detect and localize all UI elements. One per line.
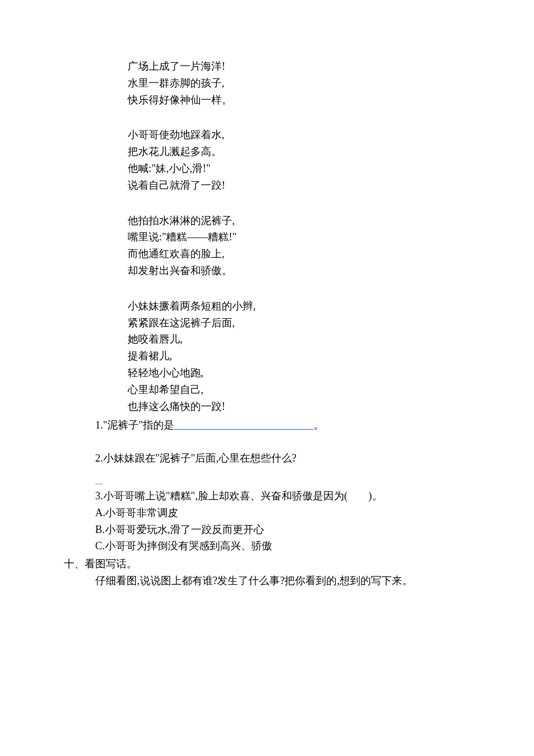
option-c: C.小哥哥为摔倒没有哭感到高兴、骄傲: [95, 538, 493, 555]
answer-line-marker: —: [95, 477, 493, 485]
poem-line: 把水花儿溅起多高。: [128, 143, 493, 160]
poem-line: 小哥哥使劲地踩着水,: [128, 127, 493, 143]
stanza-gap: [41, 282, 493, 298]
poem-line: 轻轻地小心地跑,: [128, 365, 493, 381]
poem-line: 他拍拍水淋淋的泥裤子,: [128, 213, 493, 229]
poem-stanza-3: 他拍拍水淋淋的泥裤子, 嘴里说:"糟糕——糟糕!" 而他通红欢喜的脸上, 却发射…: [128, 213, 493, 279]
poem-line: 而他通红欢喜的脸上,: [128, 246, 493, 262]
poem-line: 紧紧跟在这泥裤子后面,: [128, 315, 493, 332]
poem-line: 心里却希望自己,: [128, 381, 493, 398]
stanza-gap: [41, 110, 493, 127]
poem-line: 快乐得好像神仙一样。: [128, 92, 493, 109]
poem-stanza-4: 小妹妹撅着两条短粗的小辫, 紧紧跟在这泥裤子后面, 她咬着唇儿, 提着裙儿, 轻…: [128, 298, 493, 415]
question-1: 1."泥裤子"指的是。: [95, 417, 493, 434]
poem-line: 小妹妹撅着两条短粗的小辫,: [128, 298, 493, 315]
poem-line: 水里一群赤脚的孩子,: [128, 75, 493, 92]
stanza-gap: [41, 196, 493, 213]
poem-line: 她咬着唇儿,: [128, 331, 493, 348]
poem-line: 却发射出兴奋和骄傲。: [128, 262, 493, 279]
poem-stanza-2: 小哥哥使劲地踩着水, 把水花儿溅起多高。 他喊:"妹,小心,滑!" 说着自己就滑…: [128, 127, 493, 193]
question-1-post: 。: [313, 419, 324, 431]
option-a: A.小哥哥非常调皮: [95, 505, 493, 521]
poem-line: 嘴里说:"糟糕——糟糕!": [128, 229, 493, 246]
poem-line: 广场上成了一片海洋!: [128, 58, 493, 75]
section-10-title: 十、看图写话。: [64, 556, 493, 573]
poem-line: 也摔这么痛快的一跤!: [128, 398, 493, 415]
poem-line: 说着自己就滑了一跤!: [128, 177, 493, 194]
poem-stanza-1: 广场上成了一片海洋! 水里一群赤脚的孩子, 快乐得好像神仙一样。: [128, 58, 493, 108]
option-b: B.小哥哥爱玩水,滑了一跤反而更开心: [95, 521, 493, 538]
question-1-pre: 1."泥裤子"指的是: [95, 419, 174, 431]
poem-line: 他喊:"妹,小心,滑!": [128, 160, 493, 177]
fill-blank[interactable]: [174, 419, 313, 430]
question-3: 3.小哥哥嘴上说"糟糕",脸上却欢喜、兴奋和骄傲是因为( )。: [95, 488, 493, 505]
poem-line: 提着裙儿,: [128, 348, 493, 365]
question-2: 2.小妹妹跟在"泥裤子"后面,心里在想些什么?: [95, 450, 493, 467]
section-10-body: 仔细看图,说说图上都有谁?发生了什么事?把你看到的,想到的写下来。: [95, 573, 493, 589]
